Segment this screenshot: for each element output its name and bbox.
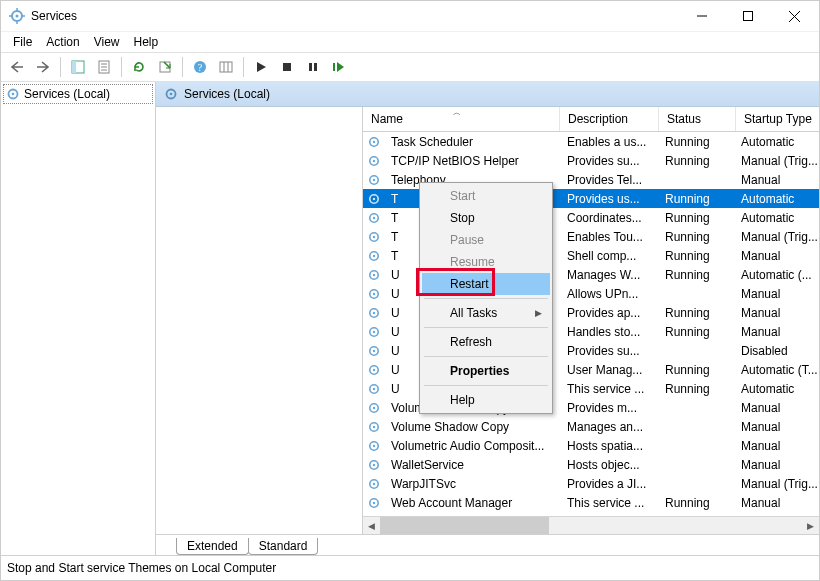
cell-status: Running xyxy=(657,306,733,320)
cell-status: Running xyxy=(657,325,733,339)
pause-service-button[interactable] xyxy=(301,55,325,79)
cell-startup: Manual xyxy=(733,439,819,453)
col-startup-type[interactable]: Startup Type xyxy=(736,107,820,131)
gear-icon xyxy=(6,87,20,101)
ctx-help[interactable]: Help xyxy=(422,389,550,411)
cell-startup: Manual xyxy=(733,249,819,263)
service-gear-icon xyxy=(367,363,381,377)
panel-header: Services (Local) xyxy=(156,82,819,107)
export-list-button[interactable] xyxy=(153,55,177,79)
tab-extended[interactable]: Extended xyxy=(176,538,249,555)
cell-name: Volume Shadow Copy xyxy=(383,420,559,434)
cell-startup: Manual xyxy=(733,401,819,415)
title-bar: Services xyxy=(1,1,819,32)
svg-point-57 xyxy=(373,387,375,389)
ctx-refresh[interactable]: Refresh xyxy=(422,331,550,353)
ctx-start[interactable]: Start xyxy=(422,185,550,207)
cell-name: TCP/IP NetBIOS Helper xyxy=(383,154,559,168)
restart-service-button[interactable] xyxy=(327,55,351,79)
service-gear-icon xyxy=(367,439,381,453)
cell-status: Running xyxy=(657,192,733,206)
tab-standard[interactable]: Standard xyxy=(248,538,319,555)
svg-rect-22 xyxy=(283,63,291,71)
table-row[interactable]: Volume Shadow CopyManages an...ManualLoc… xyxy=(363,417,819,436)
minimize-button[interactable] xyxy=(679,1,725,31)
cell-startup: Manual xyxy=(733,173,819,187)
menu-action[interactable]: Action xyxy=(40,33,85,51)
service-gear-icon xyxy=(367,477,381,491)
ctx-all-tasks[interactable]: All Tasks▶ xyxy=(422,302,550,324)
service-gear-icon xyxy=(367,496,381,510)
col-name[interactable]: Name xyxy=(363,107,560,131)
svg-point-33 xyxy=(373,159,375,161)
start-service-button[interactable] xyxy=(249,55,273,79)
properties-button[interactable] xyxy=(92,55,116,79)
cell-name: WarpJITSvc xyxy=(383,477,559,491)
menu-help[interactable]: Help xyxy=(128,33,165,51)
svg-point-27 xyxy=(12,93,15,96)
toolbar-separator xyxy=(182,57,183,77)
service-gear-icon xyxy=(367,192,381,206)
table-row[interactable]: Task SchedulerEnables a us...RunningAuto… xyxy=(363,132,819,151)
service-gear-icon xyxy=(367,249,381,263)
ctx-restart[interactable]: Restart xyxy=(422,273,550,295)
help-button[interactable]: ? xyxy=(188,55,212,79)
cell-startup: Manual (Trig... xyxy=(733,154,819,168)
view-tabs: Extended Standard xyxy=(156,534,819,555)
cell-status: Running xyxy=(657,268,733,282)
stop-service-button[interactable] xyxy=(275,55,299,79)
ctx-resume[interactable]: Resume xyxy=(422,251,550,273)
horizontal-scrollbar[interactable]: ◀ ▶ xyxy=(363,516,819,534)
svg-point-29 xyxy=(170,93,173,96)
svg-rect-11 xyxy=(72,61,76,73)
ctx-separator xyxy=(424,327,548,328)
table-row[interactable]: TCP/IP NetBIOS HelperProvides su...Runni… xyxy=(363,151,819,170)
service-gear-icon xyxy=(367,344,381,358)
svg-point-55 xyxy=(373,368,375,370)
cell-name: Web Account Manager xyxy=(383,496,559,510)
table-row[interactable]: WarpJITSvcProvides a JI...Manual (Trig..… xyxy=(363,474,819,493)
menu-view[interactable]: View xyxy=(88,33,126,51)
scroll-left-icon[interactable]: ◀ xyxy=(363,517,380,534)
cell-status: Running xyxy=(657,382,733,396)
scroll-right-icon[interactable]: ▶ xyxy=(802,517,819,534)
svg-point-63 xyxy=(373,444,375,446)
gear-icon xyxy=(164,87,178,101)
tree-item-services-local[interactable]: Services (Local) xyxy=(3,84,153,104)
maximize-button[interactable] xyxy=(725,1,771,31)
close-button[interactable] xyxy=(771,1,817,31)
show-hide-tree-button[interactable] xyxy=(66,55,90,79)
sort-indicator-icon: ︿ xyxy=(453,107,461,118)
table-row[interactable]: Web Account ManagerThis service ...Runni… xyxy=(363,493,819,512)
service-gear-icon xyxy=(367,401,381,415)
status-bar: Stop and Start service Themes on Local C… xyxy=(1,555,819,580)
cell-description: Coordinates... xyxy=(559,211,657,225)
cell-description: Provides su... xyxy=(559,154,657,168)
cell-startup: Manual xyxy=(733,287,819,301)
table-row[interactable]: WalletServiceHosts objec...ManualLocal S… xyxy=(363,455,819,474)
cell-status: Running xyxy=(657,363,733,377)
svg-rect-23 xyxy=(309,63,312,71)
toolbar: ? xyxy=(1,52,819,82)
cell-description: Manages W... xyxy=(559,268,657,282)
nav-back-button[interactable] xyxy=(5,55,29,79)
column-headers: ︿ Name Description Status Startup Type L… xyxy=(363,107,819,132)
nav-forward-button[interactable] xyxy=(31,55,55,79)
svg-point-47 xyxy=(373,292,375,294)
service-gear-icon xyxy=(367,268,381,282)
ctx-pause[interactable]: Pause xyxy=(422,229,550,251)
scroll-thumb[interactable] xyxy=(380,517,549,534)
cell-startup: Automatic xyxy=(733,135,819,149)
table-row[interactable]: Volumetric Audio Composit...Hosts spatia… xyxy=(363,436,819,455)
col-status[interactable]: Status xyxy=(659,107,736,131)
window-controls xyxy=(679,1,817,31)
columns-button[interactable] xyxy=(214,55,238,79)
ctx-properties[interactable]: Properties xyxy=(422,360,550,382)
ctx-separator xyxy=(424,385,548,386)
scroll-track[interactable] xyxy=(380,517,802,534)
refresh-button[interactable] xyxy=(127,55,151,79)
col-description[interactable]: Description xyxy=(560,107,659,131)
menu-file[interactable]: File xyxy=(7,33,38,51)
ctx-stop[interactable]: Stop xyxy=(422,207,550,229)
cell-description: User Manag... xyxy=(559,363,657,377)
